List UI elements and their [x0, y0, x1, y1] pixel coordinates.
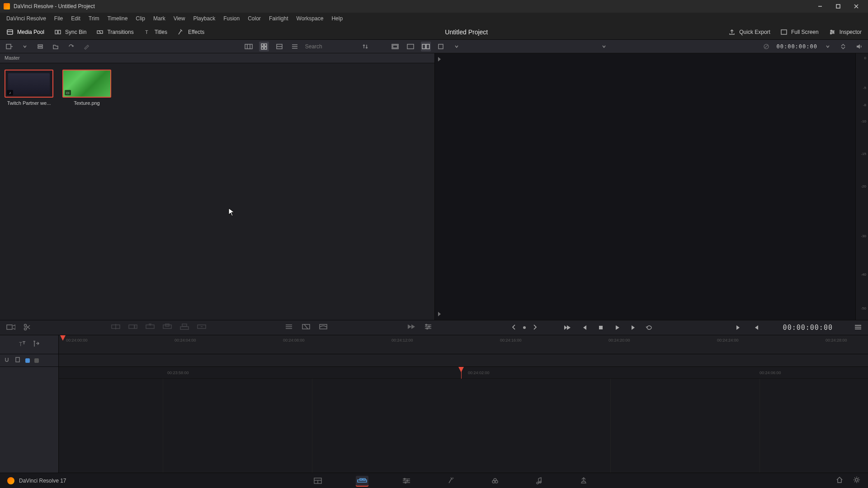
lock-playhead-button[interactable]: T [18, 340, 26, 349]
sync-bin-button[interactable]: Sync Bin [54, 28, 86, 36]
timeline-ruler-upper[interactable]: 00:24:00:00 00:24:04:00 00:24:08:00 00:2… [59, 335, 868, 354]
tools-dropdown[interactable] [285, 324, 294, 332]
jog-dot-icon[interactable] [523, 324, 526, 331]
transitions-button[interactable]: Transitions [96, 28, 133, 36]
menu-timeline[interactable]: Timeline [104, 14, 131, 23]
playhead-marker[interactable] [60, 335, 66, 341]
timeline-menu-button[interactable] [854, 324, 862, 331]
menu-file[interactable]: File [51, 14, 66, 23]
source-overwrite-button[interactable] [197, 324, 206, 332]
fairlight-page-button[interactable] [533, 476, 546, 486]
video-track-toggle[interactable] [25, 358, 30, 363]
media-clip[interactable]: ♪ Twitch Partner we... [5, 70, 53, 106]
viewer-timecode[interactable]: 00:00:00:00 [777, 43, 817, 50]
menu-help[interactable]: Help [328, 14, 346, 23]
ripple-overwrite-button[interactable] [146, 324, 155, 332]
prev-clip-button[interactable] [580, 323, 590, 333]
place-on-top-button[interactable] [180, 324, 189, 332]
play-button[interactable] [612, 323, 622, 333]
boring-detector-button[interactable] [6, 324, 15, 332]
media-page-button[interactable] [311, 476, 324, 486]
marker-button[interactable] [14, 357, 21, 364]
dual-viewer-button[interactable] [421, 42, 431, 52]
bin-header[interactable]: Master [0, 53, 434, 63]
menu-trim[interactable]: Trim [85, 14, 103, 23]
menu-clip[interactable]: Clip [132, 14, 149, 23]
effects-button[interactable]: Effects [177, 28, 204, 36]
viewer-options-button[interactable] [436, 42, 446, 52]
next-clip-button[interactable] [628, 323, 638, 333]
chevron-down-icon[interactable] [599, 42, 609, 52]
track-body[interactable] [59, 379, 868, 488]
thumbnail-view-button[interactable] [259, 42, 269, 52]
import-media-button[interactable] [5, 42, 14, 52]
append-button[interactable] [128, 324, 137, 332]
menu-mark[interactable]: Mark [150, 14, 169, 23]
media-pool-button[interactable]: Media Pool [6, 28, 44, 36]
timeline-options-button[interactable] [424, 324, 433, 332]
prev-arrow-icon[interactable] [512, 324, 516, 331]
next-frame-icon[interactable] [437, 56, 443, 62]
clip-thumbnail[interactable]: ♪ [5, 70, 53, 98]
menu-davinci-resolve[interactable]: DaVinci Resolve [3, 14, 50, 23]
chevron-down-icon[interactable] [452, 42, 462, 52]
close-button[interactable] [848, 1, 864, 12]
media-pool-content[interactable]: ♪ Twitch Partner we... ▭ Texture.png [0, 63, 434, 320]
titles-button[interactable]: T Titles [144, 28, 167, 36]
bypass-button[interactable] [761, 42, 771, 52]
minimize-button[interactable] [812, 1, 828, 12]
close-up-button[interactable] [163, 324, 172, 332]
timeline-track-area[interactable]: 00:23:58:00 00:24:02:00 00:24:06:00 [59, 367, 868, 488]
next-arrow-icon[interactable] [533, 324, 537, 331]
goto-start-button[interactable] [563, 323, 573, 333]
strip-view-button[interactable] [274, 42, 284, 52]
preview-mode-button[interactable] [406, 42, 415, 52]
smooth-cut-button[interactable] [319, 324, 328, 332]
snap-button[interactable] [4, 357, 10, 364]
audio-meter-button[interactable] [854, 42, 863, 52]
smart-insert-button[interactable] [111, 324, 120, 332]
sync-button[interactable] [66, 42, 76, 52]
import-folder-button[interactable] [51, 42, 61, 52]
inspector-button[interactable]: Inspector [829, 28, 862, 36]
menu-view[interactable]: View [170, 14, 189, 23]
color-page-button[interactable] [489, 476, 501, 486]
menu-playback[interactable]: Playback [189, 14, 219, 23]
source-tape-button[interactable] [244, 42, 254, 52]
goto-out-button[interactable] [751, 323, 761, 333]
safe-area-button[interactable] [390, 42, 400, 52]
media-clip[interactable]: ▭ Texture.png [62, 70, 111, 106]
loop-button[interactable] [645, 323, 655, 333]
chevron-down-icon[interactable] [20, 42, 30, 52]
track-headers[interactable] [0, 367, 59, 488]
search-input[interactable] [305, 43, 355, 50]
chevron-down-icon[interactable] [823, 42, 833, 52]
menu-fusion[interactable]: Fusion [220, 14, 243, 23]
list-view-button[interactable] [290, 42, 300, 52]
expand-icon[interactable] [838, 42, 848, 52]
goto-in-button[interactable] [733, 323, 743, 333]
home-button[interactable] [835, 476, 844, 485]
timeline-timecode[interactable]: 00:00:00:00 [783, 324, 833, 332]
menu-fairlight[interactable]: Fairlight [265, 14, 292, 23]
maximize-button[interactable] [830, 1, 846, 12]
menu-workspace[interactable]: Workspace [293, 14, 327, 23]
viewer-panel[interactable] [435, 53, 855, 320]
full-screen-button[interactable]: Full Screen [780, 28, 819, 36]
menu-color[interactable]: Color [244, 14, 264, 23]
cut-page-button[interactable] [356, 476, 368, 486]
deliver-page-button[interactable] [577, 476, 590, 486]
next-frame-icon[interactable] [437, 311, 443, 317]
quick-export-button[interactable]: Quick Export [728, 28, 770, 36]
timeline-ruler-lower[interactable]: 00:23:58:00 00:24:02:00 00:24:06:00 [59, 367, 868, 379]
bin-list-button[interactable] [35, 42, 45, 52]
sort-button[interactable] [360, 42, 370, 52]
edit-button[interactable] [81, 42, 91, 52]
clip-thumbnail[interactable]: ▭ [62, 70, 111, 98]
audio-track-toggle[interactable] [34, 358, 39, 363]
fast-review-button[interactable] [407, 324, 416, 332]
free-playhead-button[interactable] [33, 340, 41, 349]
menu-edit[interactable]: Edit [67, 14, 84, 23]
edit-page-button[interactable] [400, 476, 413, 486]
dissolve-button[interactable] [302, 324, 311, 332]
